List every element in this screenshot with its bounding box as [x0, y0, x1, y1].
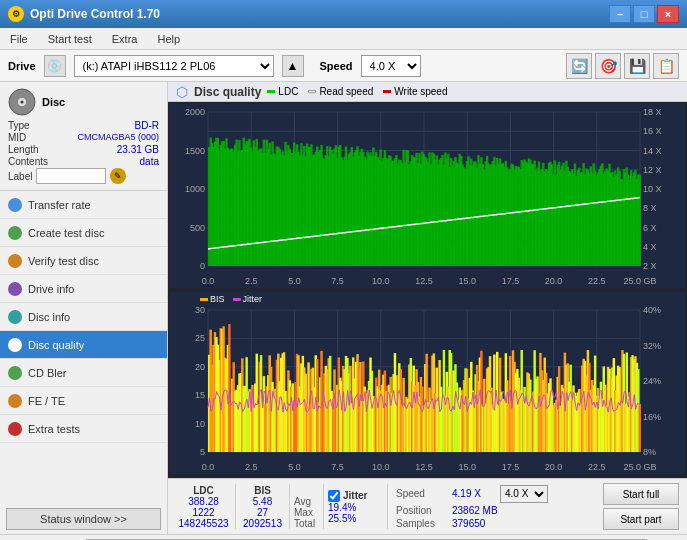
- jitter-max: 25.5%: [328, 513, 383, 524]
- minimize-button[interactable]: –: [609, 5, 631, 23]
- refresh-button[interactable]: 🔄: [566, 53, 592, 79]
- eject-button[interactable]: ▲: [282, 55, 304, 77]
- jitter-legend-label: Jitter: [243, 294, 263, 304]
- jitter-label: Jitter: [343, 490, 367, 501]
- target-button[interactable]: 🎯: [595, 53, 621, 79]
- drive-select[interactable]: (k:) ATAPI iHBS112 2 PL06: [74, 55, 274, 77]
- contents-label: Contents: [8, 156, 48, 167]
- chart2-legend: BIS Jitter: [200, 294, 262, 304]
- stats-divider2: [289, 484, 290, 529]
- ldc-legend-label: LDC: [278, 86, 298, 97]
- write-speed-legend-dot: [383, 90, 391, 93]
- nav-dot-drive-info: [8, 282, 22, 296]
- read-speed-legend-dot: [308, 90, 316, 93]
- stats-divider3: [323, 484, 324, 529]
- disc-quality-icon: ⬡: [176, 84, 188, 100]
- nav-dot-disc-quality: [8, 338, 22, 352]
- start-part-button[interactable]: Start part: [603, 508, 679, 530]
- close-button[interactable]: ×: [657, 5, 679, 23]
- total-label: Total: [294, 518, 315, 529]
- clipboard-button[interactable]: 📋: [653, 53, 679, 79]
- type-value: BD-R: [135, 120, 159, 131]
- nav-dot-create: [8, 226, 22, 240]
- nav-label-fe-te: FE / TE: [28, 395, 65, 407]
- nav-cd-bler[interactable]: CD Bler: [0, 359, 167, 387]
- menu-extra[interactable]: Extra: [108, 31, 142, 47]
- nav-label-create: Create test disc: [28, 227, 104, 239]
- label-edit-button[interactable]: ✎: [110, 168, 126, 184]
- bis-legend-label: BIS: [210, 294, 225, 304]
- stats-bar: LDC 388.28 1222 148245523 BIS 5.48 27 20…: [168, 478, 687, 534]
- speed-select[interactable]: 4.0 X 8.0 X 2.0 X: [361, 55, 421, 77]
- samples-value: 379650: [452, 518, 507, 529]
- write-speed-legend-label: Write speed: [394, 86, 447, 97]
- start-full-button[interactable]: Start full: [603, 483, 679, 505]
- app-title: Opti Drive Control 1.70: [30, 7, 160, 21]
- nav-dot-verify: [8, 254, 22, 268]
- speed-label: Speed: [320, 60, 353, 72]
- drive-icon-left[interactable]: 💿: [44, 55, 66, 77]
- nav-label-cd-bler: CD Bler: [28, 367, 67, 379]
- disc-info-panel: Disc Type BD-R MID CMCMAGBA5 (000) Lengt…: [0, 82, 167, 191]
- nav-disc-info[interactable]: Disc info: [0, 303, 167, 331]
- menu-help[interactable]: Help: [153, 31, 184, 47]
- length-value: 23.31 GB: [117, 144, 159, 155]
- chart1-wrapper: [170, 104, 685, 290]
- save-button[interactable]: 💾: [624, 53, 650, 79]
- nav-drive-info[interactable]: Drive info: [0, 275, 167, 303]
- ldc-header: LDC: [193, 485, 214, 496]
- chart2-wrapper: BIS Jitter: [170, 292, 685, 476]
- read-speed-legend-label: Read speed: [319, 86, 373, 97]
- nav-dot-disc-info: [8, 310, 22, 324]
- speed-value: 4.19 X: [452, 488, 494, 499]
- nav-dot-fe-te: [8, 394, 22, 408]
- ldc-total: 148245523: [178, 518, 228, 529]
- jitter-avg: 19.4%: [328, 502, 383, 513]
- speed-key-label: Speed: [396, 488, 446, 499]
- maximize-button[interactable]: □: [633, 5, 655, 23]
- nav-dot-extra-tests: [8, 422, 22, 436]
- action-buttons: Start full Start part: [603, 483, 679, 530]
- nav-label-disc-info: Disc info: [28, 311, 70, 323]
- length-label: Length: [8, 144, 39, 155]
- ldc-legend-dot: [267, 90, 275, 93]
- content-area: ⬡ Disc quality LDC Read speed Write spee…: [168, 82, 687, 534]
- nav-label-transfer-rate: Transfer rate: [28, 199, 91, 211]
- ldc-chart: [170, 104, 685, 288]
- stats-divider4: [387, 484, 388, 529]
- title-bar: ⚙ Opti Drive Control 1.70 – □ ×: [0, 0, 687, 28]
- nav-label-verify: Verify test disc: [28, 255, 99, 267]
- sidebar: Disc Type BD-R MID CMCMAGBA5 (000) Lengt…: [0, 82, 168, 534]
- type-label: Type: [8, 120, 30, 131]
- nav-disc-quality[interactable]: Disc quality: [0, 331, 167, 359]
- legend-top: LDC Read speed Write speed: [267, 86, 447, 97]
- menu-start-test[interactable]: Start test: [44, 31, 96, 47]
- ldc-max: 1222: [192, 507, 214, 518]
- nav-dot-cd-bler: [8, 366, 22, 380]
- nav-label-disc-quality: Disc quality: [28, 339, 84, 351]
- menu-file[interactable]: File: [6, 31, 32, 47]
- app-icon: ⚙: [8, 6, 24, 22]
- ldc-avg: 388.28: [188, 496, 219, 507]
- charts-container: BIS Jitter: [168, 102, 687, 478]
- jitter-checkbox[interactable]: [328, 490, 340, 502]
- mid-label: MID: [8, 132, 26, 143]
- stats-divider1: [235, 484, 236, 529]
- bis-avg: 5.48: [253, 496, 272, 507]
- nav-extra-tests[interactable]: Extra tests: [0, 415, 167, 443]
- max-label: Max: [294, 507, 313, 518]
- sidebar-navigation: Transfer rate Create test disc Verify te…: [0, 191, 167, 443]
- position-key-label: Position: [396, 505, 446, 516]
- nav-transfer-rate[interactable]: Transfer rate: [0, 191, 167, 219]
- status-bar: Test completed 100.0% 33:13: [0, 534, 687, 540]
- speed-select-stats[interactable]: 4.0 X: [500, 485, 548, 503]
- bis-header: BIS: [254, 485, 271, 496]
- jitter-legend-dot: [233, 298, 241, 301]
- status-window-button[interactable]: Status window >>: [6, 508, 161, 530]
- nav-create-test-disc[interactable]: Create test disc: [0, 219, 167, 247]
- nav-verify-test-disc[interactable]: Verify test disc: [0, 247, 167, 275]
- bis-chart: [170, 292, 685, 474]
- contents-value: data: [140, 156, 159, 167]
- nav-fe-te[interactable]: FE / TE: [0, 387, 167, 415]
- disc-label-input[interactable]: [36, 168, 106, 184]
